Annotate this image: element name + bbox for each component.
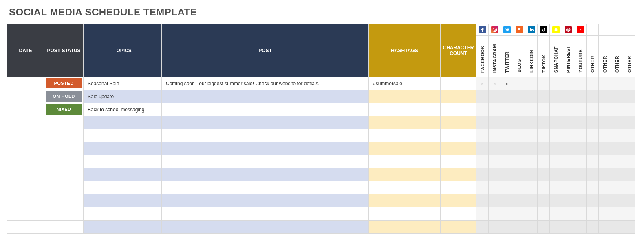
cell-topic[interactable] — [84, 155, 162, 168]
cell-post[interactable] — [162, 116, 369, 129]
cell-facebook[interactable] — [476, 194, 489, 207]
cell-snapchat[interactable] — [550, 181, 562, 194]
cell-blog[interactable] — [513, 129, 525, 142]
cell-twitter[interactable] — [501, 155, 513, 168]
cell-hashtags[interactable] — [369, 181, 441, 194]
cell-instagram[interactable] — [489, 181, 501, 194]
cell-tiktok[interactable] — [538, 142, 550, 155]
cell-linkedin[interactable] — [525, 116, 538, 129]
cell-other4[interactable] — [623, 181, 635, 194]
cell-hashtags[interactable] — [369, 103, 441, 116]
cell-date[interactable] — [7, 194, 44, 207]
cell-other2[interactable] — [599, 116, 611, 129]
cell-post[interactable] — [162, 168, 369, 181]
cell-status[interactable] — [44, 155, 84, 168]
cell-facebook[interactable] — [476, 116, 489, 129]
cell-other4[interactable] — [623, 90, 635, 103]
cell-blog[interactable] — [513, 181, 525, 194]
cell-instagram[interactable] — [489, 194, 501, 207]
cell-other4[interactable] — [623, 116, 635, 129]
cell-hashtags[interactable] — [369, 142, 441, 155]
cell-blog[interactable] — [513, 103, 525, 116]
cell-other1[interactable] — [587, 142, 599, 155]
cell-other3[interactable] — [611, 168, 623, 181]
cell-charcount[interactable] — [441, 221, 476, 234]
cell-other2[interactable] — [599, 194, 611, 207]
cell-topic[interactable]: Back to school messaging — [84, 103, 162, 116]
cell-charcount[interactable] — [441, 168, 476, 181]
cell-date[interactable] — [7, 168, 44, 181]
cell-snapchat[interactable] — [550, 194, 562, 207]
cell-charcount[interactable] — [441, 194, 476, 207]
cell-other3[interactable] — [611, 207, 623, 221]
cell-instagram[interactable] — [489, 155, 501, 168]
cell-date[interactable] — [7, 90, 44, 103]
cell-other3[interactable] — [611, 129, 623, 142]
cell-instagram[interactable] — [489, 90, 501, 103]
cell-date[interactable] — [7, 103, 44, 116]
cell-status[interactable]: POSTED — [44, 77, 84, 90]
cell-youtube[interactable] — [574, 207, 587, 221]
cell-other1[interactable] — [587, 168, 599, 181]
cell-other1[interactable] — [587, 90, 599, 103]
cell-pinterest[interactable] — [562, 129, 574, 142]
cell-hashtags[interactable] — [369, 207, 441, 221]
cell-topic[interactable] — [84, 129, 162, 142]
cell-tiktok[interactable] — [538, 116, 550, 129]
cell-instagram[interactable] — [489, 168, 501, 181]
cell-blog[interactable] — [513, 221, 525, 234]
cell-other4[interactable] — [623, 142, 635, 155]
cell-other3[interactable] — [611, 77, 623, 90]
cell-youtube[interactable] — [574, 116, 587, 129]
cell-linkedin[interactable] — [525, 90, 538, 103]
cell-other4[interactable] — [623, 103, 635, 116]
cell-status[interactable] — [44, 181, 84, 194]
cell-facebook[interactable] — [476, 90, 489, 103]
cell-youtube[interactable] — [574, 155, 587, 168]
cell-youtube[interactable] — [574, 168, 587, 181]
cell-linkedin[interactable] — [525, 194, 538, 207]
cell-post[interactable] — [162, 103, 369, 116]
cell-date[interactable] — [7, 142, 44, 155]
cell-status[interactable] — [44, 207, 84, 221]
cell-hashtags[interactable] — [369, 116, 441, 129]
cell-status[interactable] — [44, 129, 84, 142]
cell-other2[interactable] — [599, 181, 611, 194]
cell-other3[interactable] — [611, 90, 623, 103]
cell-topic[interactable] — [84, 116, 162, 129]
cell-snapchat[interactable] — [550, 103, 562, 116]
cell-date[interactable] — [7, 207, 44, 221]
cell-youtube[interactable] — [574, 103, 587, 116]
cell-charcount[interactable] — [441, 129, 476, 142]
cell-snapchat[interactable] — [550, 116, 562, 129]
cell-snapchat[interactable] — [550, 77, 562, 90]
cell-other4[interactable] — [623, 194, 635, 207]
cell-post[interactable] — [162, 90, 369, 103]
cell-facebook[interactable] — [476, 221, 489, 234]
cell-status[interactable] — [44, 221, 84, 234]
cell-other3[interactable] — [611, 142, 623, 155]
cell-twitter[interactable] — [501, 129, 513, 142]
cell-post[interactable] — [162, 207, 369, 221]
cell-other1[interactable] — [587, 77, 599, 90]
cell-linkedin[interactable] — [525, 221, 538, 234]
cell-date[interactable] — [7, 116, 44, 129]
cell-charcount[interactable] — [441, 142, 476, 155]
cell-pinterest[interactable] — [562, 116, 574, 129]
cell-pinterest[interactable] — [562, 90, 574, 103]
cell-twitter[interactable] — [501, 103, 513, 116]
cell-facebook[interactable] — [476, 129, 489, 142]
cell-other2[interactable] — [599, 168, 611, 181]
cell-charcount[interactable] — [441, 77, 476, 90]
cell-facebook[interactable] — [476, 155, 489, 168]
cell-topic[interactable] — [84, 181, 162, 194]
cell-blog[interactable] — [513, 155, 525, 168]
cell-charcount[interactable] — [441, 207, 476, 221]
cell-other2[interactable] — [599, 103, 611, 116]
cell-other2[interactable] — [599, 142, 611, 155]
cell-pinterest[interactable] — [562, 155, 574, 168]
cell-tiktok[interactable] — [538, 77, 550, 90]
cell-tiktok[interactable] — [538, 207, 550, 221]
cell-linkedin[interactable] — [525, 168, 538, 181]
cell-pinterest[interactable] — [562, 142, 574, 155]
